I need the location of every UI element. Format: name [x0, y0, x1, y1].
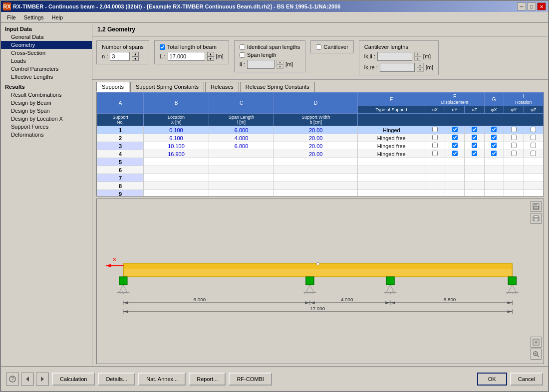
- table-row[interactable]: 416.90020.00Hinged free: [97, 150, 544, 158]
- table-cell: [504, 150, 524, 158]
- close-button[interactable]: ✕: [537, 2, 546, 10]
- app-icon: RX: [3, 2, 11, 10]
- table-cell: [524, 158, 543, 166]
- svg-marker-52: [310, 301, 315, 304]
- span-length-checkbox[interactable]: [240, 52, 245, 58]
- sidebar-item-control-parameters[interactable]: Control Parameters: [1, 65, 92, 73]
- sidebar-item-design-by-span[interactable]: Design by Span: [1, 107, 92, 115]
- minimize-button[interactable]: ─: [517, 2, 526, 10]
- tab-supports[interactable]: Supports: [96, 82, 129, 92]
- svg-line-32: [385, 292, 387, 294]
- table-row[interactable]: 9: [97, 190, 544, 197]
- sidebar-item-design-by-beam[interactable]: Design by Beam: [1, 99, 92, 107]
- menu-file[interactable]: File: [3, 13, 20, 21]
- table-cell: [484, 126, 504, 134]
- sidebar: Input Data General Data Geometry Cross-S…: [1, 23, 92, 366]
- table-cell: [465, 142, 485, 150]
- l-spinner-down[interactable]: ▼: [207, 56, 214, 61]
- maximize-button[interactable]: □: [527, 2, 536, 10]
- lkli-row: lk,li : ▲ ▼ [m]: [364, 52, 433, 61]
- details-button[interactable]: Details...: [98, 373, 135, 386]
- tab-releases[interactable]: Releases: [205, 82, 239, 92]
- l-spinner-up[interactable]: ▲: [207, 52, 214, 56]
- svg-line-29: [386, 285, 390, 292]
- table-row[interactable]: 7: [97, 174, 544, 182]
- tab-support-spring-constants[interactable]: Support Spring Constants: [130, 82, 204, 92]
- l-input[interactable]: [168, 52, 205, 61]
- sidebar-item-result-combinations[interactable]: Result Combinations: [1, 91, 92, 99]
- table-cell: [445, 174, 464, 182]
- lkre-label: lk,re :: [364, 64, 378, 70]
- table-cell: [445, 126, 464, 134]
- table-cell: 16.900: [144, 150, 209, 158]
- li-spinner-down: ▼: [276, 64, 283, 69]
- svg-marker-63: [123, 310, 128, 313]
- span-length-label: Span length: [247, 52, 276, 58]
- table-cell: [144, 190, 209, 197]
- sidebar-item-general-data[interactable]: General Data: [1, 33, 92, 41]
- table-cell: [465, 174, 485, 182]
- lkli-input[interactable]: [377, 52, 412, 61]
- diagram-zoom-fit[interactable]: [531, 349, 542, 360]
- title-bar: RX RX-TIMBER - Continuous beam - 2.04.00…: [1, 1, 548, 12]
- table-cell: [274, 182, 358, 190]
- diagram-zoom-extents[interactable]: [531, 337, 542, 348]
- table-row[interactable]: 5: [97, 158, 544, 166]
- svg-marker-57: [390, 301, 395, 304]
- table-cell: [445, 190, 464, 197]
- report-button[interactable]: Report...: [189, 373, 226, 386]
- identical-span-checkbox[interactable]: [240, 44, 245, 50]
- sidebar-item-deformations[interactable]: Deformations: [1, 131, 92, 139]
- li-input[interactable]: [247, 60, 274, 69]
- ok-button[interactable]: OK: [477, 373, 507, 386]
- svg-rect-12: [119, 277, 127, 285]
- tab-release-spring-constants[interactable]: Release Spring Constants: [240, 82, 315, 92]
- sidebar-item-geometry[interactable]: Geometry: [1, 41, 92, 49]
- table-row[interactable]: 26.1004.00020.00Hinged free: [97, 134, 544, 142]
- rf-combi-button[interactable]: RF-COMBI: [229, 373, 272, 386]
- n-spinner-up[interactable]: ▲: [132, 52, 139, 56]
- svg-line-33: [388, 292, 390, 294]
- table-cell: [144, 174, 209, 182]
- col-header-b: B: [144, 93, 209, 114]
- table-row[interactable]: 6: [97, 166, 544, 174]
- col-header-a: A: [97, 93, 144, 114]
- svg-line-16: [118, 292, 120, 294]
- n-spinner[interactable]: ▲ ▼: [132, 52, 139, 61]
- main-content: Input Data General Data Geometry Cross-S…: [1, 23, 548, 366]
- table-row[interactable]: 310.1006.80020.00Hinged free: [97, 142, 544, 150]
- table-cell: [524, 126, 543, 134]
- table-row[interactable]: 10.1006.00020.00Hinged: [97, 126, 544, 134]
- sidebar-item-loads[interactable]: Loads: [1, 57, 92, 65]
- svg-rect-28: [386, 277, 394, 285]
- sidebar-item-design-by-location[interactable]: Design by Location X: [1, 115, 92, 123]
- n-input[interactable]: [110, 52, 130, 61]
- table-cell: Hinged free: [358, 150, 425, 158]
- lkre-input[interactable]: [380, 63, 415, 72]
- cantilever-group: Cantilever: [310, 40, 354, 53]
- table-row[interactable]: 8: [97, 182, 544, 190]
- col-header-f-displacement: FDisplacement: [425, 93, 484, 106]
- l-spinner[interactable]: ▲ ▼: [207, 52, 214, 61]
- total-length-checkbox[interactable]: [160, 44, 165, 50]
- prev-button[interactable]: [21, 373, 34, 386]
- n-spinner-down[interactable]: ▼: [132, 56, 139, 61]
- sidebar-item-cross-section[interactable]: Cross-Section: [1, 49, 92, 57]
- svg-text:6.800: 6.800: [444, 297, 456, 302]
- table-cell: [274, 166, 358, 174]
- cancel-button[interactable]: Cancel: [510, 373, 543, 386]
- nat-annex-button[interactable]: Nat. Annex...: [138, 373, 186, 386]
- next-button[interactable]: [36, 373, 49, 386]
- col-header-e: E: [358, 93, 425, 106]
- cantilever-checkbox[interactable]: [316, 44, 321, 50]
- lkre-row: lk,re : ▲ ▼ [m]: [364, 63, 433, 72]
- title-bar-left: RX RX-TIMBER - Continuous beam - 2.04.00…: [3, 2, 340, 10]
- calculation-button[interactable]: Calculation: [52, 373, 95, 386]
- identical-span-header: Identical span lengths: [240, 44, 300, 50]
- li-spinner-up: ▲: [276, 60, 283, 64]
- help-button[interactable]: ?: [6, 373, 19, 386]
- sidebar-item-effective-lengths[interactable]: Effective Lengths: [1, 73, 92, 81]
- sidebar-item-support-forces[interactable]: Support Forces: [1, 123, 92, 131]
- menu-help[interactable]: Help: [47, 13, 67, 21]
- menu-settings[interactable]: Settings: [20, 13, 48, 21]
